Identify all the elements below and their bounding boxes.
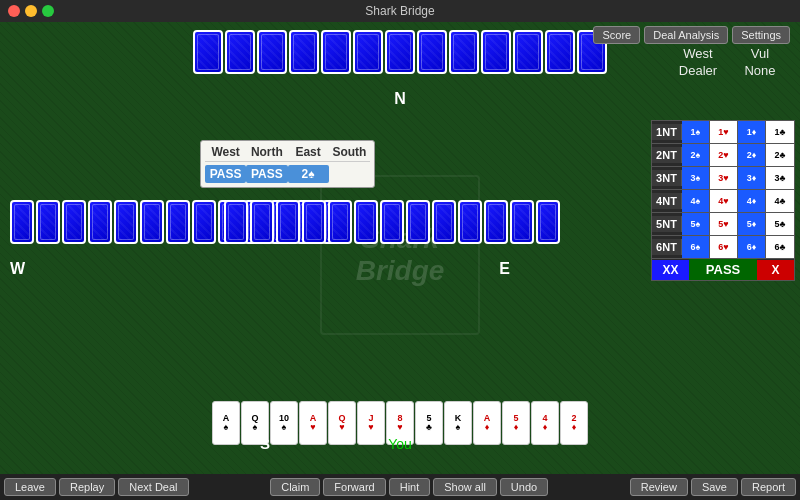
show-all-button[interactable]: Show all (433, 478, 497, 496)
south-card-3[interactable]: A♥ (299, 401, 327, 445)
window-title: Shark Bridge (365, 4, 434, 18)
west-label: W (10, 260, 25, 278)
ct-cell-4-2[interactable]: 5♦ (738, 213, 766, 235)
west-card-5 (140, 200, 164, 244)
review-button[interactable]: Review (630, 478, 688, 496)
north-label: N (394, 90, 406, 108)
south-label: S (260, 435, 270, 452)
deal-info: West Vul Dealer None (668, 46, 790, 78)
special-bids-row: XXPASSX (652, 258, 794, 280)
ct-cell-5-1[interactable]: 6♥ (710, 236, 738, 258)
ct-cell-1-3[interactable]: 2♣ (766, 144, 794, 166)
claim-button[interactable]: Claim (270, 478, 320, 496)
dealer-value: Dealer (668, 63, 728, 78)
ct-cell-4-3[interactable]: 5♣ (766, 213, 794, 235)
next-deal-button[interactable]: Next Deal (118, 478, 188, 496)
deal-analysis-button[interactable]: Deal Analysis (644, 26, 728, 44)
east-card-3 (302, 200, 326, 244)
pass-button[interactable]: PASS (689, 259, 757, 280)
ct-row-1: 2NT2♠2♥2♦2♣ (652, 143, 794, 166)
west-card-4 (114, 200, 138, 244)
ct-row-4: 5NT5♠5♥5♦5♣ (652, 212, 794, 235)
vul-value: None (730, 63, 790, 78)
ct-level-3: 4NT (652, 193, 682, 209)
ct-cell-5-2[interactable]: 6♦ (738, 236, 766, 258)
score-button[interactable]: Score (593, 26, 640, 44)
ct-cell-0-0[interactable]: 1♠ (682, 121, 710, 143)
east-card-4 (328, 200, 352, 244)
west-card-7 (192, 200, 216, 244)
ct-cell-3-1[interactable]: 4♥ (710, 190, 738, 212)
ct-cell-2-3[interactable]: 3♣ (766, 167, 794, 189)
settings-button[interactable]: Settings (732, 26, 790, 44)
south-card-5[interactable]: J♥ (357, 401, 385, 445)
ct-cell-1-2[interactable]: 2♦ (738, 144, 766, 166)
replay-button[interactable]: Replay (59, 478, 115, 496)
ct-cell-4-0[interactable]: 5♠ (682, 213, 710, 235)
south-card-8[interactable]: K♠ (444, 401, 472, 445)
east-card-9 (458, 200, 482, 244)
dealer-label: West (668, 46, 728, 61)
bid-north-1: PASS (246, 165, 287, 183)
title-bar: Shark Bridge (0, 0, 800, 22)
save-button[interactable]: Save (691, 478, 738, 496)
ct-cell-5-3[interactable]: 6♣ (766, 236, 794, 258)
north-card-2 (257, 30, 287, 74)
leave-button[interactable]: Leave (4, 478, 56, 496)
north-card-0 (193, 30, 223, 74)
west-card-0 (10, 200, 34, 244)
bottom-bar: Leave Replay Next Deal Claim Forward Hin… (0, 474, 800, 500)
bid-col-west: West (205, 145, 246, 159)
east-card-12 (536, 200, 560, 244)
east-card-11 (510, 200, 534, 244)
ct-cell-2-0[interactable]: 3♠ (682, 167, 710, 189)
ct-cell-0-1[interactable]: 1♥ (710, 121, 738, 143)
double-button[interactable]: X (757, 260, 794, 280)
east-card-7 (406, 200, 430, 244)
close-button[interactable] (8, 5, 20, 17)
south-card-10[interactable]: 5♦ (502, 401, 530, 445)
double-double-button[interactable]: XX (652, 260, 689, 280)
ct-level-5: 6NT (652, 239, 682, 255)
south-card-12[interactable]: 2♦ (560, 401, 588, 445)
ct-cell-2-2[interactable]: 3♦ (738, 167, 766, 189)
ct-cell-2-1[interactable]: 3♥ (710, 167, 738, 189)
ct-cell-0-3[interactable]: 1♣ (766, 121, 794, 143)
ct-cell-5-0[interactable]: 6♠ (682, 236, 710, 258)
ct-level-0: 1NT (652, 124, 682, 140)
south-you-label: You (388, 436, 412, 452)
ct-cell-0-2[interactable]: 1♦ (738, 121, 766, 143)
minimize-button[interactable] (25, 5, 37, 17)
south-card-4[interactable]: Q♥ (328, 401, 356, 445)
ct-cell-3-2[interactable]: 4♦ (738, 190, 766, 212)
south-card-0[interactable]: A♠ (212, 401, 240, 445)
south-card-11[interactable]: 4♦ (531, 401, 559, 445)
hint-button[interactable]: Hint (389, 478, 431, 496)
ct-cell-4-1[interactable]: 5♥ (710, 213, 738, 235)
ct-cell-1-0[interactable]: 2♠ (682, 144, 710, 166)
center-logo: SharkBridge (320, 175, 480, 335)
report-button[interactable]: Report (741, 478, 796, 496)
north-card-5 (353, 30, 383, 74)
north-card-6 (385, 30, 415, 74)
ct-cell-3-0[interactable]: 4♠ (682, 190, 710, 212)
maximize-button[interactable] (42, 5, 54, 17)
south-card-9[interactable]: A♦ (473, 401, 501, 445)
east-card-0 (224, 200, 248, 244)
bid-col-east: East (288, 145, 329, 159)
south-card-2[interactable]: 10♠ (270, 401, 298, 445)
east-card-1 (250, 200, 274, 244)
west-card-6 (166, 200, 190, 244)
south-card-7[interactable]: 5♣ (415, 401, 443, 445)
bidding-area: West North East South PASS PASS 2♠ - (200, 140, 375, 188)
ct-row-2: 3NT3♠3♥3♦3♣ (652, 166, 794, 189)
forward-button[interactable]: Forward (323, 478, 385, 496)
ct-level-4: 5NT (652, 216, 682, 232)
undo-button[interactable]: Undo (500, 478, 548, 496)
west-card-2 (62, 200, 86, 244)
bidding-header: West North East South (205, 145, 370, 162)
top-toolbar: Score Deal Analysis Settings (593, 26, 790, 44)
ct-cell-3-3[interactable]: 4♣ (766, 190, 794, 212)
ct-cell-1-1[interactable]: 2♥ (710, 144, 738, 166)
bid-south-1: - (329, 165, 370, 183)
